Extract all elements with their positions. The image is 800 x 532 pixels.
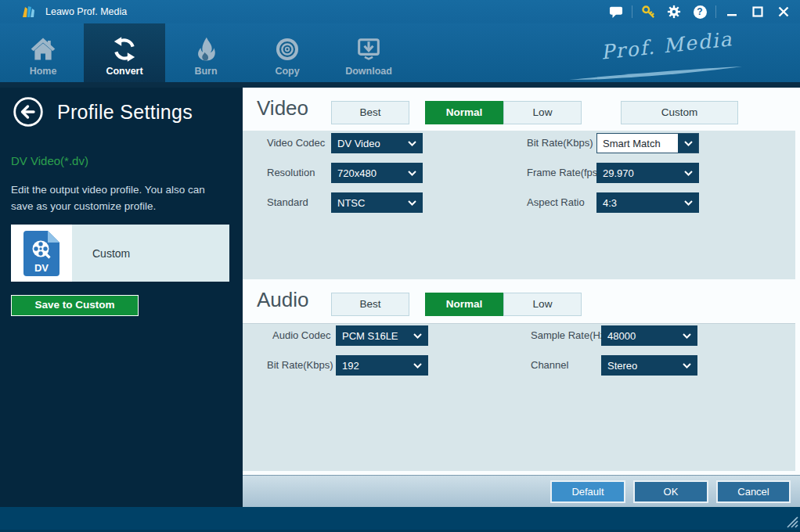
standard-label: Standard <box>267 192 308 213</box>
cancel-button[interactable]: Cancel <box>716 480 791 503</box>
video-section-header: Video Best Normal Low Custom <box>243 88 800 131</box>
audio-quality-low-button[interactable]: Low <box>503 293 582 316</box>
bit-rate-label: Bit Rate(Kbps) <box>527 133 593 153</box>
ok-button[interactable]: OK <box>633 480 708 503</box>
custom-profile-label: Custom <box>92 247 130 260</box>
audio-codec-dropdown[interactable]: PCM S16LE <box>336 325 428 346</box>
audio-quality-normal-button[interactable]: Normal <box>425 293 503 316</box>
chevron-down-icon <box>683 363 691 368</box>
settings-gear-icon[interactable] <box>664 2 684 22</box>
convert-arrows-icon <box>111 36 138 63</box>
audio-bit-rate-label: Bit Rate(Kbps) <box>267 355 333 376</box>
home-icon <box>30 36 56 63</box>
help-icon[interactable]: ? <box>690 2 710 22</box>
resolution-dropdown[interactable]: 720x480 <box>331 163 423 183</box>
video-codec-dropdown[interactable]: DV Video <box>331 133 423 153</box>
arrow-left-icon <box>13 96 44 128</box>
sample-rate-dropdown[interactable]: 48000 <box>601 325 697 346</box>
frame-rate-label: Frame Rate(fps) <box>527 163 601 183</box>
resolution-label: Resolution <box>267 163 315 183</box>
titlebar-divider <box>715 5 716 18</box>
nav-tab-home[interactable]: Home <box>2 23 84 82</box>
main-nav: Home Convert Burn <box>0 23 800 82</box>
page-title: Profile Settings <box>57 101 193 124</box>
close-icon[interactable] <box>773 2 794 22</box>
chevron-down-icon <box>413 363 422 368</box>
audio-section-title: Audio <box>257 288 309 312</box>
chevron-down-icon <box>683 333 691 339</box>
audio-codec-label: Audio Codec <box>272 325 330 346</box>
standard-dropdown[interactable]: NTSC <box>331 192 423 213</box>
video-settings-form: Video Codec DV Video Bit Rate(Kbps) Smar… <box>243 131 795 279</box>
video-quality-low-button[interactable]: Low <box>503 101 582 124</box>
back-button[interactable] <box>13 96 44 128</box>
frame-rate-dropdown[interactable]: 29.970 <box>596 163 699 183</box>
chevron-down-icon <box>408 141 416 146</box>
titlebar: Leawo Prof. Media <box>0 0 800 23</box>
video-section-title: Video <box>257 96 308 120</box>
save-to-custom-button[interactable]: Save to Custom <box>11 295 139 316</box>
maximize-icon[interactable] <box>748 2 768 22</box>
channel-dropdown[interactable]: Stereo <box>601 355 697 376</box>
window-title: Leawo Prof. Media <box>45 6 127 17</box>
audio-settings-form: Audio Codec PCM S16LE Sample Rate(Hz) 48… <box>243 323 795 471</box>
nav-tab-burn[interactable]: Burn <box>165 23 247 82</box>
video-quality-custom-button[interactable]: Custom <box>621 101 738 124</box>
register-key-icon[interactable] <box>638 2 658 22</box>
video-quality-best-button[interactable]: Best <box>331 101 409 124</box>
chevron-down-icon <box>684 200 693 206</box>
chevron-down-icon <box>413 333 422 339</box>
chevron-down-icon <box>408 200 416 206</box>
sidebar: Profile Settings DV Video(*.dv) Edit the… <box>0 88 243 507</box>
minimize-icon[interactable] <box>722 2 742 22</box>
status-footer <box>0 507 800 532</box>
audio-quality-best-button[interactable]: Best <box>331 293 409 316</box>
dv-badge: DV <box>34 262 49 274</box>
chevron-down-icon <box>684 171 693 176</box>
audio-section-header: Audio Best Normal Low <box>243 279 800 323</box>
channel-label: Channel <box>531 355 568 376</box>
nav-tab-convert[interactable]: Convert <box>84 23 165 82</box>
audio-bit-rate-dropdown[interactable]: 192 <box>336 355 428 376</box>
custom-profile-item[interactable]: DV Custom <box>11 225 229 282</box>
current-profile-name: DV Video(*.dv) <box>11 154 88 167</box>
aspect-ratio-label: Aspect Ratio <box>527 192 585 213</box>
feedback-icon[interactable] <box>606 2 626 22</box>
video-codec-label: Video Codec <box>267 133 325 153</box>
titlebar-divider <box>632 5 632 18</box>
nav-tab-download[interactable]: Download <box>328 23 409 82</box>
nav-label: Home <box>30 66 57 77</box>
chevron-down-icon <box>678 134 698 153</box>
copy-disc-icon <box>274 36 301 63</box>
resize-grip[interactable] <box>784 514 798 528</box>
app-window: Leawo Prof. Media <box>0 0 800 532</box>
download-icon <box>355 36 382 63</box>
nav-content-divider <box>0 82 800 88</box>
video-quality-normal-button[interactable]: Normal <box>425 101 503 124</box>
burn-flame-icon <box>193 36 219 63</box>
nav-label: Burn <box>194 66 217 77</box>
sample-rate-label: Sample Rate(Hz) <box>531 325 609 346</box>
dialog-button-bar: Default OK Cancel <box>243 475 800 507</box>
profile-description: Edit the output video profile. You also … <box>11 182 224 215</box>
leawo-logo-icon <box>22 5 36 19</box>
chevron-down-icon <box>408 171 416 176</box>
nav-tab-copy[interactable]: Copy <box>247 23 328 82</box>
aspect-ratio-dropdown[interactable]: 4:3 <box>596 192 699 213</box>
nav-label: Copy <box>275 66 299 77</box>
dv-file-icon: DV <box>11 225 72 282</box>
settings-panel: Video Best Normal Low Custom Video Codec… <box>243 88 800 507</box>
nav-label: Download <box>345 66 392 77</box>
bit-rate-dropdown[interactable]: Smart Match <box>596 133 699 153</box>
default-button[interactable]: Default <box>550 480 625 503</box>
nav-label: Convert <box>106 66 142 77</box>
